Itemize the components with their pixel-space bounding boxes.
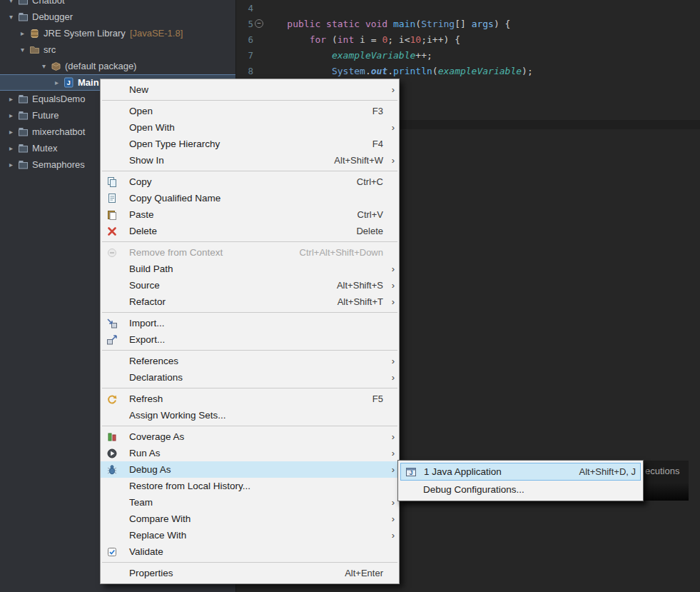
svg-text:J: J	[410, 469, 413, 476]
menu-item-coverage-as[interactable]: Coverage As›	[101, 428, 399, 445]
tree-item-src[interactable]: ▾src	[0, 41, 235, 58]
tree-item-label: Semaphores	[32, 159, 85, 170]
menu-item-copy-qualified-name[interactable]: Copy Qualified Name	[101, 190, 399, 206]
menu-item-refactor[interactable]: RefactorAlt+Shift+T›	[101, 294, 399, 310]
menu-item-label: Run As	[129, 448, 383, 458]
menu-item-paste[interactable]: PasteCtrl+V	[101, 206, 399, 223]
tree-item-debugger[interactable]: ▾Debugger	[0, 9, 235, 25]
menu-item-references[interactable]: References›	[101, 353, 399, 369]
menu-separator	[102, 388, 397, 388]
menu-item-compare-with[interactable]: Compare With›	[101, 511, 399, 527]
debug-as-submenu: J1 Java ApplicationAlt+Shift+D, JDebug C…	[397, 460, 644, 501]
code-text: System.out.println(exampleVariable);	[265, 66, 533, 76]
submenu-arrow-icon: ›	[387, 84, 395, 95]
code-line-7[interactable]: 7 exampleVariable++;	[236, 47, 700, 63]
menu-item-label: Debug As	[129, 464, 383, 475]
submenu-item-label: Debug Configurations...	[423, 484, 636, 495]
code-text: for (int i = 0; i<10;i++) {	[265, 34, 460, 45]
collapsed-arrow-icon[interactable]: ▸	[6, 95, 16, 103]
tree-item-label: (default package)	[65, 61, 136, 71]
menu-item-label: Show In	[129, 155, 334, 166]
expanded-arrow-icon[interactable]: ▾	[6, 0, 16, 4]
menu-item-label: Import...	[129, 318, 383, 328]
menu-item-label: Source	[129, 280, 337, 291]
menu-item-properties[interactable]: PropertiesAlt+Enter	[101, 565, 399, 581]
code-line-4[interactable]: 4	[236, 0, 700, 16]
tree-item-default-package[interactable]: ▾(default package)	[0, 58, 235, 74]
collapsed-arrow-icon[interactable]: ▸	[51, 79, 62, 86]
menu-item-label: Remove from Context	[129, 247, 300, 258]
project-icon	[16, 159, 29, 171]
menu-item-refresh[interactable]: RefreshF5	[101, 391, 399, 407]
tree-item-label: Main	[78, 77, 99, 88]
menu-item-show-in[interactable]: Show InAlt+Shift+W›	[101, 152, 399, 169]
line-number: 5	[236, 19, 253, 29]
fold-minus-glyph: −	[255, 19, 263, 28]
menu-item-team[interactable]: Team›	[101, 494, 399, 511]
menu-item-label: Copy Qualified Name	[129, 193, 383, 204]
menu-item-shortcut: Alt+Shift+S	[337, 280, 383, 291]
submenu-item-1-java-application[interactable]: J1 Java ApplicationAlt+Shift+D, J	[400, 463, 641, 481]
code-line-6[interactable]: 6 for (int i = 0; i<10;i++) {	[236, 31, 700, 47]
run-icon	[106, 448, 122, 459]
menu-item-validate[interactable]: Validate	[101, 543, 399, 560]
menu-item-shortcut: Alt+Shift+W	[334, 155, 383, 166]
submenu-arrow-icon: ›	[387, 464, 395, 475]
submenu-item-label: 1 Java Application	[424, 466, 579, 477]
expanded-arrow-icon[interactable]: ▾	[17, 46, 28, 54]
tree-item-label: Mutex	[32, 143, 57, 154]
menu-item-label: Export...	[129, 334, 383, 345]
expanded-arrow-icon[interactable]: ▾	[39, 62, 49, 70]
menu-item-copy[interactable]: CopyCtrl+C	[101, 174, 399, 190]
debug-icon	[106, 464, 122, 476]
expanded-arrow-icon[interactable]: ▾	[6, 13, 16, 21]
code-line-5[interactable]: 5− public static void main(String[] args…	[236, 16, 700, 31]
submenu-arrow-icon: ›	[387, 497, 395, 508]
menu-item-shortcut: Ctrl+C	[357, 176, 383, 187]
code-line-8[interactable]: 8 System.out.println(exampleVariable);	[236, 63, 700, 79]
collapsed-arrow-icon[interactable]: ▸	[6, 111, 16, 119]
menu-item-open-with[interactable]: Open With›	[101, 119, 399, 136]
menu-item-open-type-hierarchy[interactable]: Open Type HierarchyF4	[101, 136, 399, 152]
menu-separator	[102, 350, 397, 351]
menu-item-declarations[interactable]: Declarations›	[101, 369, 399, 386]
menu-item-label: References	[129, 356, 383, 366]
fold-collapse-icon[interactable]: −	[253, 19, 265, 28]
menu-item-shortcut: F5	[372, 393, 383, 404]
menu-item-replace-with[interactable]: Replace With›	[101, 527, 399, 543]
menu-item-delete[interactable]: DeleteDelete	[101, 223, 399, 239]
tree-item-label: EqualsDemo	[32, 94, 85, 104]
tree-item-jre-system-library[interactable]: ▸JRE System Library[JavaSE-1.8]	[0, 25, 235, 41]
menu-item-build-path[interactable]: Build Path›	[101, 261, 399, 277]
collapsed-arrow-icon[interactable]: ▸	[6, 144, 16, 152]
submenu-arrow-icon: ›	[387, 280, 395, 291]
submenu-arrow-icon: ›	[387, 155, 395, 166]
svg-text:J: J	[66, 79, 70, 86]
tree-item-label: Future	[32, 110, 59, 121]
occluded-panel-text: ecutions	[645, 466, 679, 476]
project-icon	[16, 0, 29, 6]
menu-item-import[interactable]: Import...	[101, 315, 399, 331]
submenu-item-debug-configurations[interactable]: Debug Configurations...	[400, 481, 641, 498]
menu-item-source[interactable]: SourceAlt+Shift+S›	[101, 277, 399, 294]
collapsed-arrow-icon[interactable]: ▸	[6, 128, 16, 136]
menu-item-assign-working-sets[interactable]: Assign Working Sets...	[101, 407, 399, 423]
tree-item-label: src	[44, 44, 56, 55]
submenu-arrow-icon: ›	[387, 356, 395, 366]
submenu-item-shortcut: Alt+Shift+D, J	[579, 466, 636, 477]
tree-item-chatbot[interactable]: ▾Chatbot	[0, 0, 235, 9]
menu-item-export[interactable]: Export...	[101, 331, 399, 348]
collapsed-arrow-icon[interactable]: ▸	[6, 161, 16, 169]
copyq-icon	[106, 193, 122, 204]
menu-item-label: Compare With	[129, 513, 383, 524]
menu-item-new[interactable]: New›	[101, 81, 399, 98]
collapsed-arrow-icon[interactable]: ▸	[17, 29, 28, 37]
menu-item-debug-as[interactable]: Debug As›	[101, 461, 399, 478]
menu-item-open[interactable]: OpenF3	[101, 103, 399, 119]
menu-item-label: Team	[129, 497, 383, 508]
submenu-arrow-icon: ›	[387, 122, 395, 133]
tree-item-suffix: [JavaSE-1.8]	[130, 28, 183, 39]
library-icon	[28, 28, 41, 39]
menu-item-restore-from-local-history[interactable]: Restore from Local History...	[101, 478, 399, 494]
menu-item-run-as[interactable]: Run As›	[101, 445, 399, 461]
